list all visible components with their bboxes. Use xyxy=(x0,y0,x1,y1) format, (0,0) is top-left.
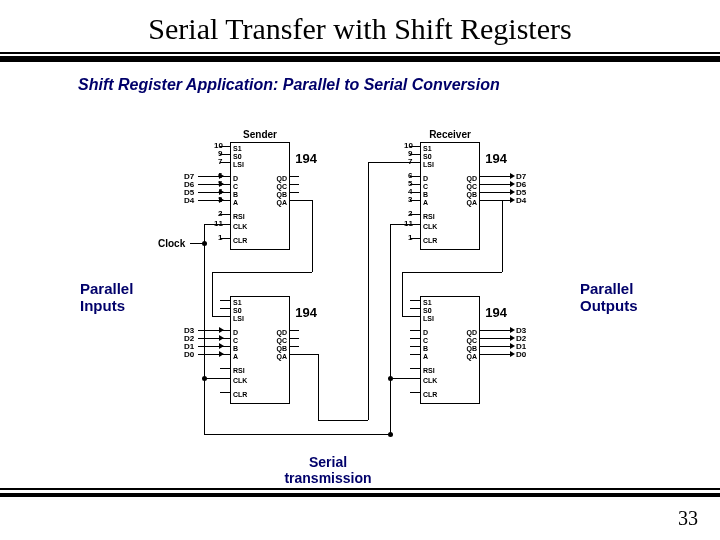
wire xyxy=(489,192,511,193)
wire xyxy=(212,316,220,317)
pin-label: RSI xyxy=(423,367,435,374)
wire xyxy=(402,316,410,317)
wire xyxy=(198,176,220,177)
wire xyxy=(299,200,313,201)
pin-label: S1 xyxy=(423,299,432,306)
wire xyxy=(212,272,312,273)
pin-label: QB xyxy=(277,345,288,352)
wire xyxy=(489,338,511,339)
pin-label: B xyxy=(233,191,238,198)
pin-label: C xyxy=(423,183,428,190)
pin-label: QB xyxy=(467,345,478,352)
junction-dot xyxy=(202,376,207,381)
pin-num: 1 xyxy=(408,233,412,242)
wire xyxy=(489,354,511,355)
pin-label: LSI xyxy=(423,315,434,322)
pin-label: QD xyxy=(467,175,478,182)
label-text: Outputs xyxy=(580,297,638,314)
pin-label: CLK xyxy=(423,223,437,230)
wire xyxy=(212,272,213,316)
pin-label: A xyxy=(233,199,238,206)
pin-label: D xyxy=(233,175,238,182)
label-text: transmission xyxy=(284,470,371,486)
pin-label: A xyxy=(423,353,428,360)
pin-label: D xyxy=(233,329,238,336)
junction-dot xyxy=(388,432,393,437)
pin-label: QC xyxy=(467,183,478,190)
pin-label: B xyxy=(423,191,428,198)
pin-label: QA xyxy=(277,199,288,206)
pin-label: S1 xyxy=(233,145,242,152)
wire xyxy=(198,200,220,201)
chip-receiver-top: Receiver 194 S1 S0 LSI D C B A RSI CLK C… xyxy=(420,142,480,250)
pin-label: LSI xyxy=(423,161,434,168)
pin-label: D xyxy=(423,175,428,182)
pin-label: QC xyxy=(467,337,478,344)
wire xyxy=(318,420,368,421)
junction-dot xyxy=(388,376,393,381)
wire xyxy=(204,224,220,225)
pin-label: S1 xyxy=(233,299,242,306)
chip-header: Sender xyxy=(231,129,289,140)
wire xyxy=(312,200,313,272)
wire xyxy=(489,176,511,177)
circuit-diagram: Sender 194 S1 S0 LSI D C B A RSI CLK CLR… xyxy=(160,130,560,460)
pin-label: B xyxy=(233,345,238,352)
pin-label: RSI xyxy=(233,213,245,220)
wire xyxy=(390,378,410,379)
footer-rule-thick xyxy=(0,493,720,497)
page-title: Serial Transfer with Shift Registers xyxy=(0,12,720,46)
page-number: 33 xyxy=(678,507,698,530)
pin-label: QB xyxy=(277,191,288,198)
wire xyxy=(489,330,511,331)
footer-rule-thin xyxy=(0,488,720,490)
wire xyxy=(489,200,503,201)
chip-model-label: 194 xyxy=(485,151,507,166)
pin-label: LSI xyxy=(233,315,244,322)
pin-label: C xyxy=(233,337,238,344)
wire xyxy=(299,354,319,355)
chip-receiver-bottom: 194 S1 S0 LSI D C B A RSI CLK CLR QD QC … xyxy=(420,296,480,404)
wire xyxy=(204,434,390,435)
wire xyxy=(318,354,319,420)
wire xyxy=(489,346,511,347)
wire xyxy=(198,338,220,339)
title-rule-thin xyxy=(0,52,720,54)
wire xyxy=(198,354,220,355)
parallel-inputs-label: Parallel Inputs xyxy=(80,280,133,315)
pin-label: A xyxy=(233,353,238,360)
pin-label: QA xyxy=(467,353,478,360)
pin-label: CLR xyxy=(233,391,247,398)
pin-label: LSI xyxy=(233,161,244,168)
signal-d4: D4 xyxy=(184,196,194,205)
chip-model-label: 194 xyxy=(295,151,317,166)
pin-label: S0 xyxy=(233,307,242,314)
subtitle: Shift Register Application: Parallel to … xyxy=(78,76,720,94)
wire xyxy=(368,162,369,420)
wire xyxy=(402,272,502,273)
pin-label: CLK xyxy=(233,223,247,230)
wire xyxy=(368,162,410,163)
wire xyxy=(489,184,511,185)
pin-label: S1 xyxy=(423,145,432,152)
pin-label: S0 xyxy=(423,307,432,314)
pin-label: S0 xyxy=(423,153,432,160)
chip-header: Receiver xyxy=(421,129,479,140)
signal-d0: D0 xyxy=(184,350,194,359)
wire xyxy=(204,224,205,434)
pin-label: QA xyxy=(277,353,288,360)
signal-d4-out: D4 xyxy=(516,196,526,205)
chip-sender-bottom: 194 S1 S0 LSI D C B A RSI CLK CLR QD QC … xyxy=(230,296,290,404)
pin-label: CLR xyxy=(423,391,437,398)
chip-model-label: 194 xyxy=(485,305,507,320)
wire xyxy=(198,330,220,331)
pin-label: QA xyxy=(467,199,478,206)
clock-label: Clock xyxy=(158,238,185,249)
pin-label: D xyxy=(423,329,428,336)
label-text: Inputs xyxy=(80,297,125,314)
pin-num: 2 xyxy=(218,209,222,218)
pin-label: C xyxy=(233,183,238,190)
pin-label: S0 xyxy=(233,153,242,160)
wire xyxy=(502,200,503,272)
wire xyxy=(198,346,220,347)
